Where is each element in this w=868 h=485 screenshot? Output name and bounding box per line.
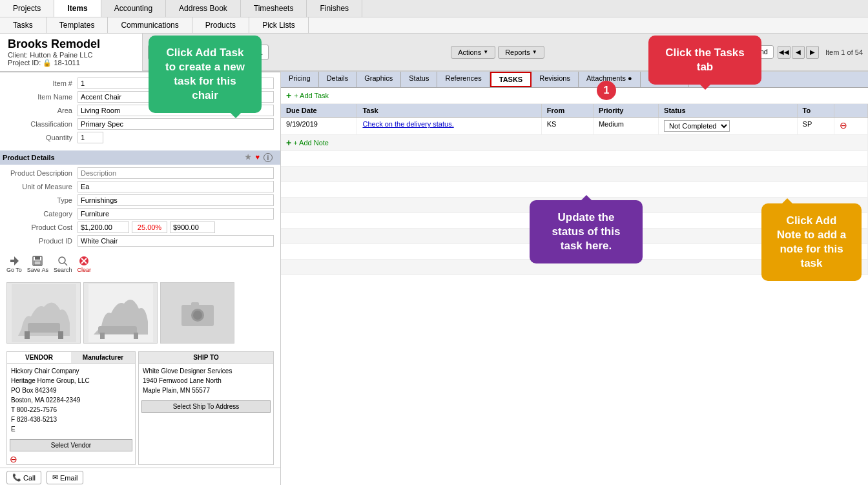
plus-note-icon: + [286, 138, 291, 148]
vendor-content: Hickory Chair Company Heritage Home Grou… [7, 364, 135, 437]
info-icon[interactable]: i [264, 153, 273, 162]
ship-to-content: White Glove Designer Services 1940 Fernw… [139, 364, 273, 398]
image-thumb-1[interactable] [6, 282, 81, 344]
tab-right-references[interactable]: References [437, 72, 490, 87]
top-nav: Projects Items Accounting Address Book T… [0, 0, 868, 17]
add-note-button[interactable]: + + Add Note [286, 138, 862, 148]
prev-button[interactable]: ◀ [792, 46, 805, 59]
uom-label: Unit of Measure [6, 183, 78, 191]
item-name-label: Item Name [6, 93, 78, 101]
subnav-templates[interactable]: Templates [46, 17, 108, 33]
cost-field[interactable] [78, 222, 129, 233]
reports-arrow-icon: ▼ [532, 49, 537, 55]
svg-rect-15 [100, 333, 105, 339]
type-field[interactable] [78, 194, 274, 206]
tab-right-tasks[interactable]: TASKS [490, 72, 532, 87]
add-task-plus-icon: + [286, 90, 291, 101]
search-button[interactable]: Search [54, 255, 72, 273]
classification-field[interactable] [78, 118, 274, 130]
nav-address-book[interactable]: Address Book [166, 0, 241, 17]
col-task: Task [357, 104, 541, 118]
tab-right-details[interactable]: Details [319, 72, 357, 87]
tab-right-revisions[interactable]: Revisions [532, 72, 579, 87]
tooltip-tasks-tab: Click the Tasks tab [648, 36, 761, 85]
ship-to-header: SHIP TO [139, 352, 273, 364]
col-actions [834, 104, 867, 118]
col-status: Status [659, 104, 798, 118]
task-to: SP [797, 118, 834, 135]
svg-marker-0 [10, 256, 19, 265]
svg-point-4 [59, 257, 65, 263]
svg-rect-12 [58, 331, 63, 339]
uom-field[interactable] [78, 181, 274, 192]
empty-row-1 [281, 151, 868, 167]
select-vendor-button[interactable]: Select Vendor [10, 439, 132, 451]
clear-button[interactable]: Clear [77, 255, 91, 273]
product-details-header: Product Details ★ ♥ i [0, 150, 280, 165]
vendor-tab[interactable]: VENDOR [7, 352, 71, 364]
nav-projects[interactable]: Projects [0, 0, 54, 17]
nav-items[interactable]: Items [54, 0, 101, 17]
subnav-pick-lists[interactable]: Pick Lists [249, 17, 309, 33]
reports-dropdown[interactable]: Reports ▼ [498, 46, 544, 59]
nav-timesheets[interactable]: Timesheets [241, 0, 307, 17]
subnav-products[interactable]: Products [192, 17, 249, 33]
call-button[interactable]: 📞 Call [6, 471, 41, 484]
product-id-field[interactable] [78, 235, 274, 247]
client-info: Client: Hutton & Paine LLC [8, 51, 134, 59]
task-from: KS [541, 118, 593, 135]
item-count: Item 1 of 54 [825, 48, 863, 56]
select-ship-to-button[interactable]: Select Ship To Address [141, 400, 271, 413]
prev-prev-button[interactable]: ◀◀ [778, 46, 790, 59]
status-select[interactable]: Not Completed Completed In Progress [664, 120, 730, 132]
tooltip-update-status: Update the status of this task here. [530, 200, 643, 263]
empty-row-2 [281, 167, 868, 182]
project-id: Project ID: 🔒 18-1011 [8, 59, 134, 67]
save-as-button[interactable]: Save As [27, 255, 48, 273]
svg-rect-20 [191, 302, 199, 306]
nav-finishes[interactable]: Finishes [307, 0, 362, 17]
cost-total-field[interactable] [170, 222, 215, 233]
category-field[interactable] [78, 208, 274, 220]
remove-task-icon[interactable]: ⊖ [840, 120, 847, 130]
camera-thumb[interactable] [160, 282, 234, 344]
desc-label: Product Description [6, 169, 78, 177]
subnav-tasks[interactable]: Tasks [0, 17, 46, 33]
task-description[interactable]: Check on the delivery status. [357, 118, 541, 135]
col-from: From [541, 104, 593, 118]
vendor-ship-section: VENDOR Manufacturer Hickory Chair Compan… [0, 349, 280, 468]
star-icon[interactable]: ★ [245, 153, 251, 162]
type-label: Type [6, 196, 78, 204]
svg-point-19 [193, 311, 202, 320]
add-task-button[interactable]: + + Add Task [286, 90, 863, 101]
svg-rect-11 [25, 331, 30, 339]
images-row [0, 277, 280, 349]
col-due-date: Due Date [281, 104, 357, 118]
vendor-remove-icon[interactable]: ⊖ [10, 454, 17, 464]
classification-label: Classification [6, 120, 78, 128]
tab-right-pricing[interactable]: Pricing [281, 72, 319, 87]
sub-nav: Tasks Templates Communications Products … [0, 17, 868, 34]
area-label: Area [6, 107, 78, 114]
tab-right-graphics[interactable]: Graphics [356, 72, 401, 87]
heart-icon[interactable]: ♥ [255, 153, 260, 162]
email-icon: ✉ [52, 473, 58, 482]
subnav-communications[interactable]: Communications [108, 17, 192, 33]
quantity-field[interactable] [78, 132, 103, 143]
nav-accounting[interactable]: Accounting [101, 0, 166, 17]
manufacturer-tab[interactable]: Manufacturer [71, 352, 135, 364]
goto-button[interactable]: Go To [6, 255, 22, 273]
table-row: 9/19/2019 Check on the delivery status. … [281, 118, 868, 135]
actions-dropdown[interactable]: Actions ▼ [451, 46, 495, 59]
col-priority: Priority [593, 104, 658, 118]
tab-right-status[interactable]: Status [401, 72, 437, 87]
tooltip-add-note: Click Add Note to add a note for this ta… [761, 203, 862, 281]
next-button[interactable]: ▶ [806, 46, 819, 59]
desc-field[interactable] [78, 167, 274, 179]
cost-pct-field[interactable] [132, 222, 167, 233]
email-button[interactable]: ✉ Email [46, 471, 84, 484]
task-remove[interactable]: ⊖ [834, 118, 867, 135]
actions-arrow-icon: ▼ [483, 49, 488, 55]
image-thumb-2[interactable] [83, 282, 158, 344]
task-status[interactable]: Not Completed Completed In Progress [659, 118, 798, 135]
